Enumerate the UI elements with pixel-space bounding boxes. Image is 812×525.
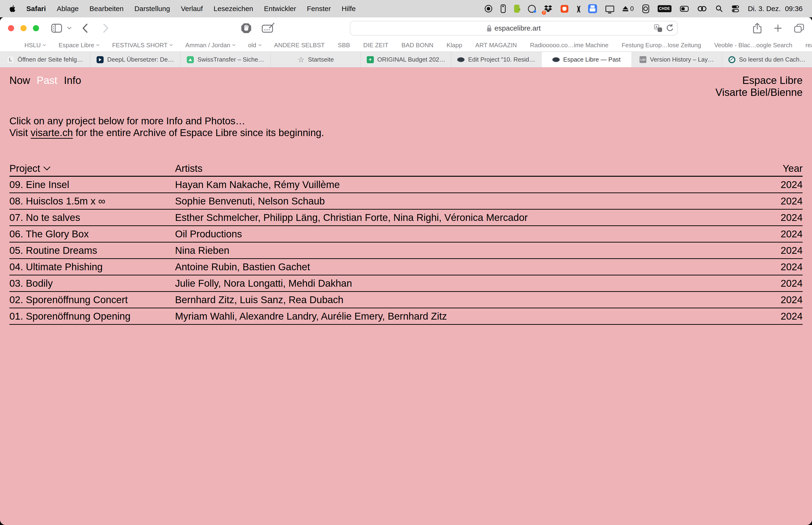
control-center-icon[interactable] xyxy=(731,3,739,14)
android-icon[interactable] xyxy=(514,3,520,14)
projects-table: Project Artists Year 09. Eine InselHayan… xyxy=(10,161,802,325)
dropbox-icon[interactable]: 7 xyxy=(544,3,552,14)
favorite-die-zeit[interactable]: DIE ZEIT xyxy=(363,42,388,49)
link-icon[interactable] xyxy=(697,3,707,14)
sort-chevron-icon[interactable] xyxy=(43,163,50,170)
favorite-old[interactable]: old xyxy=(248,42,261,49)
table-row[interactable]: 06. The Glory BoxOil Productions2024 xyxy=(10,226,802,242)
tab-espace-libre-past[interactable]: Espace Libre — Past xyxy=(541,52,632,67)
favorite-andere-selbst[interactable]: ANDERE SELBST xyxy=(274,42,325,49)
table-row[interactable]: 01. Sporenöffnung OpeningMyriam Wahli, A… xyxy=(10,308,802,325)
tab-startseite[interactable]: ☆ Startseite xyxy=(271,52,361,67)
toggle-icon[interactable] xyxy=(680,3,689,14)
spotlight-search-icon[interactable] xyxy=(716,3,723,14)
menu-bar: Safari Ablage Bearbeiten Darstellung Ver… xyxy=(0,0,812,17)
menu-item-safari[interactable]: Safari xyxy=(26,5,46,13)
menu-item-hilfe[interactable]: Hilfe xyxy=(342,5,356,13)
visarte-link[interactable]: visarte.ch xyxy=(31,127,73,138)
menu-item-fenster[interactable]: Fenster xyxy=(307,5,331,13)
display-icon[interactable] xyxy=(606,3,614,14)
menu-item-bearbeiten[interactable]: Bearbeiten xyxy=(90,5,124,13)
favorite-sbb[interactable]: SBB xyxy=(338,42,350,49)
star-favicon: ☆ xyxy=(298,56,305,63)
share-icon[interactable] xyxy=(753,23,762,34)
favorite-veoble[interactable]: Veoble - Blac…oogle Search xyxy=(714,42,792,49)
translate-icon[interactable]: A xyxy=(654,25,662,32)
eject-icon[interactable]: 0 xyxy=(623,3,634,14)
menu-item-verlauf[interactable]: Verlauf xyxy=(181,5,203,13)
minimize-window-button[interactable] xyxy=(20,25,27,31)
reload-icon[interactable] xyxy=(665,24,673,32)
table-row[interactable]: 04. Ultimate PhishingAntoine Rubin, Bast… xyxy=(10,259,802,275)
zoom-window-button[interactable] xyxy=(33,25,39,31)
favorite-art-magazin[interactable]: ART MAGAZIN xyxy=(475,42,517,49)
letter-l-favicon: L xyxy=(7,56,14,63)
safari-window: espacelibre.art A HSLU Espace Libre xyxy=(0,17,812,525)
menu-item-lesezeichen[interactable]: Lesezeichen xyxy=(214,5,253,13)
tab-cache-leeren[interactable]: So leerst du den Cach… xyxy=(722,52,812,67)
chde-badge-icon[interactable]: CHDE xyxy=(658,3,672,14)
favorite-festung-europa[interactable]: Festung Europ…lose Zeitung xyxy=(622,42,701,49)
printer-icon[interactable] xyxy=(588,3,597,14)
tab-bar: L Öffnen der Seite fehlg… DeepL Übersetz… xyxy=(0,52,812,67)
tab-version-history[interactable]: LAY Version History – Lay… xyxy=(632,52,722,67)
nav-past[interactable]: Past xyxy=(37,74,57,87)
header-project[interactable]: Project xyxy=(10,163,40,174)
tab-oeffnen-der-seite[interactable]: L Öffnen der Seite fehlg… xyxy=(0,52,90,67)
menu-item-darstellung[interactable]: Darstellung xyxy=(134,5,170,13)
intro-line-1: Click on any project below for more Info… xyxy=(10,115,802,127)
address-bar[interactable]: espacelibre.art A xyxy=(350,21,678,35)
nav-now[interactable]: Now xyxy=(10,74,30,87)
favorite-espace-libre[interactable]: Espace Libre xyxy=(59,42,99,49)
chevron-down-icon xyxy=(258,43,261,46)
table-row[interactable]: 02. Sporenöffnung ConcertBernhard Zitz, … xyxy=(10,292,802,308)
tab-original-budget[interactable]: + ORIGINAL Budget 202… xyxy=(361,52,451,67)
table-row[interactable]: 09. Eine InselHayan Kam Nakache, Rémy Vu… xyxy=(10,177,802,193)
forward-button[interactable] xyxy=(103,23,109,33)
tab-edit-project[interactable]: Edit Project "10. Resid… xyxy=(451,52,541,67)
content-blocker-extension-icon[interactable] xyxy=(241,22,252,34)
table-row[interactable]: 08. Huisclos 1.5m x ∞Sophie Benvenuti, N… xyxy=(10,193,802,210)
chevron-down-icon xyxy=(232,43,235,46)
menu-clock[interactable]: Di. 3. Dez. 09:36 xyxy=(748,5,802,13)
favorite-hslu[interactable]: HSLU xyxy=(25,42,45,49)
favorite-festivals-short[interactable]: FESTIVALS SHORT xyxy=(112,42,172,49)
x-app-icon[interactable]: )( xyxy=(577,3,580,14)
camera-icon[interactable] xyxy=(642,3,649,14)
favorite-radiooooo[interactable]: Radiooooo.co…ime Machine xyxy=(530,42,609,49)
nav-info[interactable]: Info xyxy=(64,74,81,87)
menu-item-ablage[interactable]: Ablage xyxy=(57,5,78,13)
header-year: Year xyxy=(732,163,802,174)
hand-app-icon[interactable] xyxy=(561,3,568,14)
sheets-favicon: + xyxy=(367,56,374,63)
lock-icon xyxy=(487,25,492,32)
back-button[interactable] xyxy=(82,23,88,33)
new-tab-icon[interactable] xyxy=(774,24,782,32)
favorite-realityhacking[interactable]: realityhacking.com xyxy=(806,42,812,49)
intro-line-2: Visit visarte.ch for the entire Archive … xyxy=(10,127,802,139)
tab-swisstransfer[interactable]: SwissTransfer – Siche… xyxy=(181,52,271,67)
table-row[interactable]: 05. Routine DreamsNina Rieben2024 xyxy=(10,242,802,259)
iphone-icon[interactable] xyxy=(501,3,506,14)
sidebar-toggle-icon[interactable] xyxy=(51,24,62,33)
screen-record-icon[interactable] xyxy=(485,3,492,14)
close-window-button[interactable] xyxy=(8,25,14,31)
favorite-amman-jordan[interactable]: Amman / Jordan xyxy=(185,42,235,49)
favorite-bad-bonn[interactable]: BAD BONN xyxy=(401,42,433,49)
table-row[interactable]: 03. BodilyJulie Folly, Nora Longatti, Me… xyxy=(10,275,802,292)
shortcut-keys-extension-icon[interactable] xyxy=(262,23,275,34)
menu-item-entwickler[interactable]: Entwickler xyxy=(264,5,296,13)
tab-deepl[interactable]: DeepL Übersetzer: De… xyxy=(90,52,181,67)
browser-toolbar: espacelibre.art A xyxy=(0,17,812,39)
creative-cloud-icon[interactable] xyxy=(528,3,536,14)
site-title: Espace Libre Visarte Biel/Bienne xyxy=(716,74,802,98)
table-header: Project Artists Year xyxy=(10,161,802,177)
favorite-klapp[interactable]: Klapp xyxy=(447,42,462,49)
apple-logo-icon[interactable] xyxy=(10,5,16,13)
tab-overview-icon[interactable] xyxy=(794,24,804,33)
oval-favicon xyxy=(457,57,464,62)
window-controls xyxy=(8,25,39,31)
sidebar-chevron-icon[interactable] xyxy=(67,27,72,30)
lay-favicon: LAY xyxy=(640,56,646,63)
table-row[interactable]: 07. No te salvesEsther Schmelcher, Phili… xyxy=(10,210,802,226)
